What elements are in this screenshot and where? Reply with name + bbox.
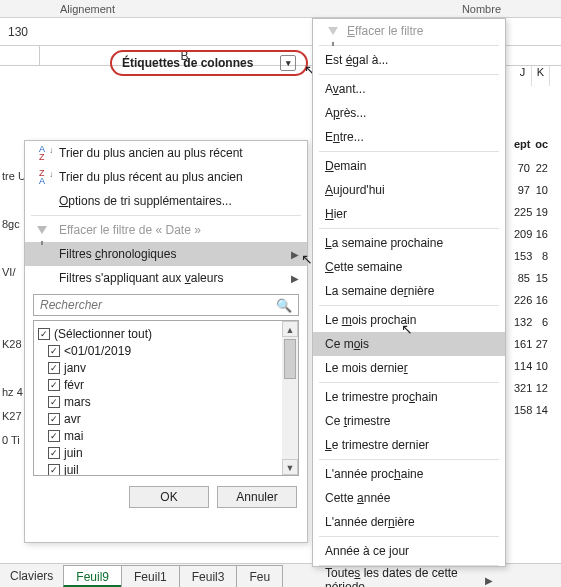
row-label-fragment (0, 284, 24, 308)
submenu-this-week[interactable]: Cette semaine (313, 255, 505, 279)
data-row: 20916 (514, 228, 550, 250)
cell-value: 22 (532, 162, 550, 184)
checkbox-icon[interactable]: ✓ (48, 345, 60, 357)
tree-checkbox-item[interactable]: ✓(Sélectionner tout) (38, 325, 294, 342)
sheet-tab[interactable]: Feuil1 (121, 565, 180, 587)
submenu-next-quarter[interactable]: Le trimestre prochain (313, 385, 505, 409)
submenu-after[interactable]: Après... (313, 101, 505, 125)
dropdown-arrow-icon[interactable]: ▾ (280, 55, 296, 71)
ribbon-group-strip: Alignement Nombre (0, 0, 561, 18)
more-sort-options[interactable]: Options de tri supplémentaires... (25, 189, 307, 213)
tree-checkbox-item[interactable]: ✓juin (48, 444, 294, 461)
submenu-yesterday[interactable]: Hier (313, 202, 505, 226)
formula-value: 130 (8, 25, 28, 39)
filter-search[interactable]: 🔍 (33, 294, 299, 316)
divider (31, 215, 301, 216)
checkbox-icon[interactable]: ✓ (48, 362, 60, 374)
cell-value: 321 (514, 382, 534, 404)
data-row: 1326 (514, 316, 550, 338)
tree-checkbox-item[interactable]: ✓avr (48, 410, 294, 427)
row-header-gutter (0, 46, 40, 65)
filter-search-input[interactable] (40, 298, 272, 312)
tree-checkbox-item[interactable]: ✓janv (48, 359, 294, 376)
submenu-last-month[interactable]: Le mois dernier (313, 356, 505, 380)
cell-value: 16 (534, 228, 550, 250)
sheet-tab-active[interactable]: Feuil9 (63, 565, 122, 587)
row-label-fragment (0, 140, 24, 164)
tree-item-label: mars (64, 395, 91, 409)
submenu-last-quarter[interactable]: Le trimestre dernier (313, 433, 505, 457)
submenu-next-month[interactable]: Le mois prochain (313, 308, 505, 332)
ok-button[interactable]: OK (129, 486, 209, 508)
submenu-this-year[interactable]: Cette année (313, 486, 505, 510)
divider (319, 305, 499, 306)
checkbox-icon[interactable]: ✓ (48, 413, 60, 425)
checkbox-icon[interactable]: ✓ (48, 430, 60, 442)
submenu-last-year[interactable]: L'année dernière (313, 510, 505, 534)
autofilter-panel: AZ↓ Trier du plus ancien au plus récent … (24, 140, 308, 543)
row-label-fragment: K28 (0, 332, 24, 356)
sort-ascending[interactable]: AZ↓ Trier du plus ancien au plus récent (25, 141, 307, 165)
cell-value: 70 (514, 162, 532, 184)
submenu-next-week[interactable]: La semaine prochaine (313, 231, 505, 255)
submenu-year-to-date[interactable]: Année à ce jour (313, 539, 505, 563)
submenu-last-week[interactable]: La semaine dernière (313, 279, 505, 303)
divider (319, 536, 499, 537)
checkbox-icon[interactable]: ✓ (38, 328, 50, 340)
checkbox-icon[interactable]: ✓ (48, 447, 60, 459)
submenu-next-year[interactable]: L'année prochaine (313, 462, 505, 486)
filter-values-tree[interactable]: ✓(Sélectionner tout)✓<01/01/2019✓janv✓fé… (33, 320, 299, 476)
checkbox-icon[interactable]: ✓ (48, 379, 60, 391)
tree-item-label: juil (64, 463, 79, 477)
submenu-tomorrow[interactable]: Demain (313, 154, 505, 178)
tree-checkbox-item[interactable]: ✓mars (48, 393, 294, 410)
checkbox-icon[interactable]: ✓ (48, 396, 60, 408)
cell-value: 161 (514, 338, 534, 360)
cell-value: 226 (514, 294, 534, 316)
row-label-fragment (0, 308, 24, 332)
column-labels-text: Étiquettes de colonnes (122, 56, 253, 70)
submenu-before[interactable]: Avant... (313, 77, 505, 101)
column-labels-dropdown[interactable]: Étiquettes de colonnes ▾ (110, 50, 308, 76)
tree-item-label: janv (64, 361, 86, 375)
cell-value: 85 (514, 272, 532, 294)
cell-value: 209 (514, 228, 534, 250)
submenu-this-month[interactable]: Ce mois (313, 332, 505, 356)
submenu-equals[interactable]: Est égal à... (313, 48, 505, 72)
sheet-tab[interactable]: Feuil3 (179, 565, 238, 587)
cell-value: 153 (514, 250, 534, 272)
submenu-all-dates-period[interactable]: Toutes les dates de cette période ▶ (313, 568, 505, 587)
divider (319, 382, 499, 383)
cell-value: 16 (534, 294, 550, 316)
sort-descending[interactable]: ZA↓ Trier du plus récent au plus ancien (25, 165, 307, 189)
tree-item-label: févr (64, 378, 84, 392)
cell-value: 27 (534, 338, 550, 360)
data-row: 1538 (514, 250, 550, 272)
divider (319, 459, 499, 460)
scroll-up-icon[interactable]: ▲ (282, 321, 298, 337)
column-header-J[interactable]: J (514, 66, 532, 86)
tree-scrollbar[interactable]: ▲ ▼ (282, 321, 298, 475)
tree-checkbox-item[interactable]: ✓<01/01/2019 (48, 342, 294, 359)
row-label-fragment: 8gc (0, 212, 24, 236)
column-header-K[interactable]: K (532, 66, 550, 86)
row-labels-fragment: tre U8gcVI/K28hz 4K270 Ti (0, 140, 24, 452)
row-label-fragment (0, 356, 24, 380)
cell-value: 19 (534, 206, 550, 228)
tree-checkbox-item[interactable]: ✓juil (48, 461, 294, 476)
submenu-between[interactable]: Entre... (313, 125, 505, 149)
cancel-button[interactable]: Annuler (217, 486, 297, 508)
date-filters[interactable]: Filtres chronologiques ▶ (25, 242, 307, 266)
scroll-down-icon[interactable]: ▼ (282, 459, 298, 475)
tree-checkbox-item[interactable]: ✓mai (48, 427, 294, 444)
divider (319, 45, 499, 46)
cell-value: 132 (514, 316, 534, 338)
scroll-thumb[interactable] (284, 339, 296, 379)
cell-value: 6 (534, 316, 550, 338)
tree-checkbox-item[interactable]: ✓févr (48, 376, 294, 393)
submenu-today[interactable]: Aujourd'hui (313, 178, 505, 202)
value-filters[interactable]: Filtres s'appliquant aux valeurs ▶ (25, 266, 307, 290)
checkbox-icon[interactable]: ✓ (48, 464, 60, 476)
submenu-this-quarter[interactable]: Ce trimestre (313, 409, 505, 433)
sheet-tab[interactable]: Feu (236, 565, 283, 587)
